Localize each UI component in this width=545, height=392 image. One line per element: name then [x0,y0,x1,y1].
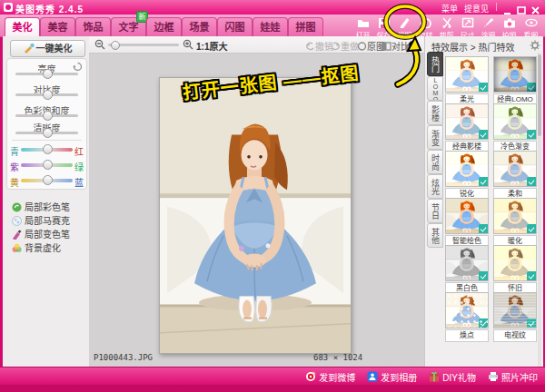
effect-item[interactable]: 经典影楼 [445,103,489,153]
scrollbar-thumb[interactable] [538,54,541,136]
one-key-beautify-button[interactable]: 一键美化 [10,40,85,57]
view-image-button[interactable]: 看图 [520,15,541,36]
photo-print-button[interactable]: 照片冲印 [488,370,538,384]
local-mosaic-item[interactable]: 局部马赛克 [12,213,86,226]
fxtab-gradient[interactable]: 渐变 [427,125,443,150]
photo [159,77,352,354]
cutout-button[interactable]: 抠图 [394,15,415,36]
cyan-red-slider[interactable] [21,148,73,152]
effect-item[interactable]: 暖化 [493,198,537,248]
yellow-blue-slider[interactable] [21,179,73,182]
brightness-slider[interactable] [15,73,78,75]
print-icon [488,371,499,382]
effect-badge-icon [527,83,536,92]
cyan-label: 青 [10,144,19,158]
tab-scene[interactable]: 场景 [182,17,217,36]
effect-badge-icon [527,177,536,186]
tab-doll[interactable]: 娃娃 [253,17,288,36]
effect-item[interactable]: 焕点 [445,292,489,342]
weibo-icon [305,371,316,382]
effect-badge-icon [479,83,488,92]
take-photo-button[interactable]: 拍照 [499,15,520,36]
open-button[interactable]: 打开 [352,15,373,36]
zoom-in-icon[interactable] [183,39,193,50]
background-blur-item[interactable]: 背景虚化 [12,240,86,253]
tab-collage[interactable]: 拼图 [288,17,323,36]
effect-badge-icon [479,130,488,139]
effect-item[interactable]: 冷色渐变 [493,103,537,153]
effect-item[interactable]: 电视纹 [493,292,537,342]
effect-item[interactable]: 柔和 [493,151,537,201]
rotate-button[interactable]: 旋转 [415,15,436,36]
effect-badge-icon [527,130,536,139]
local-color-pen-item[interactable]: 局部彩色笔 [12,200,86,212]
close-button[interactable] [530,3,541,12]
minimize-button[interactable] [501,3,513,12]
clarity-slider[interactable] [15,132,78,134]
crop-icon [441,17,453,28]
save-button[interactable]: 保存 [373,15,394,36]
view-toolbar: 1:1原大 撤销 重做 原图 对比 [89,36,424,54]
mosaic-icon [12,216,22,226]
saturation-slider[interactable] [15,114,78,117]
effect-badge-icon [479,318,488,328]
resize-button[interactable]: 尺寸 [457,15,478,36]
fxtab-lomo[interactable]: LOMO [427,76,443,101]
divider [12,140,82,141]
local-recolor-pen-item[interactable]: 局部变色笔 [12,227,86,240]
original-icon [357,42,367,51]
tab-beauty[interactable]: 美容 [40,17,75,36]
titlebar-divider [496,3,497,11]
feedback-button[interactable]: 提意见 [464,3,489,15]
adjust-sidebar: 一键美化 亮度 对比度 色彩饱和度 清晰度 青 红 紫 绿 黄 蓝 局部彩色笔 [3,36,90,367]
compare-icon [382,42,391,51]
doodle-icon [482,17,495,28]
open-folder-icon [357,17,370,28]
purple-label: 紫 [10,160,19,173]
contrast-slider[interactable] [15,93,78,96]
effect-item[interactable]: 黑白色 [445,245,489,295]
image-dimensions-label: 683 × 1024 [313,353,362,362]
blue-label: 蓝 [74,175,84,189]
menu-button[interactable]: 菜单 [441,3,458,15]
gift-icon [429,371,440,382]
fxtab-festival[interactable]: 节日 [427,199,443,223]
save-icon [378,17,391,28]
share-weibo-button[interactable]: 发到微博 [305,370,355,384]
album-icon [367,371,378,382]
fxtab-glow[interactable]: 炫光 [427,174,443,199]
effect-item[interactable]: 经典LOMO [493,56,537,106]
crop-button[interactable]: 裁剪 [436,15,457,36]
share-album-button[interactable]: 发到相册 [367,370,417,384]
tab-accessories[interactable]: 饰品 [75,17,111,36]
effect-item[interactable]: 怀旧 [493,245,537,295]
zoom-slider[interactable] [108,44,179,46]
camera-icon [503,17,516,28]
green-label: 绿 [74,160,84,173]
fxtab-studio[interactable]: 影楼 [427,101,443,125]
effect-item[interactable]: 锐化 [445,151,489,201]
purple-green-slider[interactable] [21,163,73,167]
background-blur-icon [12,243,22,253]
effect-badge-icon [527,224,536,233]
effect-badge-icon [479,177,488,186]
fxtab-fashion[interactable]: 时尚 [427,150,443,174]
zoom-out-icon[interactable] [94,39,105,50]
tab-frame[interactable]: 边框 [146,17,182,36]
zoom-level[interactable]: 1:1原大 [196,39,227,53]
effect-item[interactable]: 柔光 [445,56,489,106]
effect-item[interactable]: 智能绘色 [445,198,489,248]
doodle-button[interactable]: 涂鸦 [478,15,499,36]
fxtab-other[interactable]: 其他 [427,223,443,248]
gear-icon[interactable] [530,40,540,51]
redo-button[interactable]: 重做 [331,39,359,53]
app-logo-icon [4,3,13,12]
effect-badge-icon [527,271,536,280]
undo-button[interactable]: 撤销 [305,39,333,53]
window-bottom-border [0,385,545,392]
undo-icon [305,42,315,51]
maximize-button[interactable] [515,3,527,12]
tab-flash[interactable]: 闪图 [217,17,253,36]
tab-beautify[interactable]: 美化 [5,17,40,37]
diy-gift-button[interactable]: DIY礼物 [429,370,476,384]
